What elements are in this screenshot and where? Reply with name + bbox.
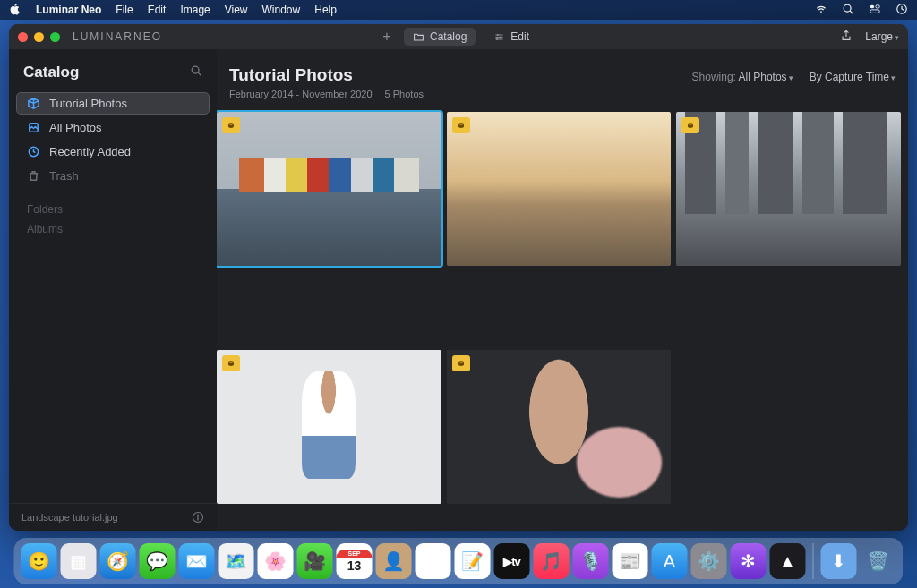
tutorial-badge-icon (452, 355, 470, 371)
window-controls (18, 32, 60, 42)
photo-grid[interactable] (217, 108, 908, 531)
sidebar-item-tutorial-photos[interactable]: Tutorial Photos (16, 92, 210, 115)
apple-icon[interactable] (9, 3, 21, 18)
dock: 🙂▦🧭💬✉️🗺️🌸🎥SEP13👤☰📝▶tv🎵🎙️📰A⚙️✻▲⬇🗑️ (14, 538, 904, 584)
svg-line-10 (198, 72, 201, 75)
svg-line-1 (850, 11, 853, 13)
tutorial-badge-icon (222, 355, 240, 371)
dock-icon-mail[interactable]: ✉️ (179, 543, 215, 579)
photo-thumb[interactable] (676, 112, 901, 266)
svg-point-6 (497, 34, 499, 36)
dock-icon-launchpad[interactable]: ▦ (61, 543, 97, 579)
photo-thumb[interactable] (217, 112, 441, 266)
minimize-button[interactable] (34, 32, 44, 42)
dock-separator (813, 543, 814, 579)
clock-icon[interactable] (896, 3, 908, 18)
info-icon[interactable] (192, 511, 204, 524)
sidebar-item-label: Trash (49, 169, 79, 183)
dock-icon-photos[interactable]: 🌸 (258, 543, 294, 579)
sidebar-section-albums[interactable]: Albums (27, 223, 199, 235)
svg-point-0 (844, 4, 851, 12)
share-button[interactable] (840, 30, 853, 45)
sidebar-title: Catalog (23, 64, 79, 81)
sidebar-item-recently-added[interactable]: Recently Added (16, 141, 210, 163)
dock-icon-tv[interactable]: ▶tv (494, 543, 530, 579)
search-icon[interactable] (842, 3, 854, 18)
close-button[interactable] (18, 32, 28, 42)
add-button[interactable]: + (379, 29, 395, 45)
menubar-app-name[interactable]: Luminar Neo (36, 4, 101, 16)
tab-catalog[interactable]: Catalog (404, 28, 476, 46)
titlebar: LUMINARNEO + Catalog Edit Large▾ (9, 24, 908, 49)
macos-menubar: Luminar Neo File Edit Image View Window … (0, 0, 917, 20)
dock-icon-appstore[interactable]: A (652, 543, 688, 579)
cube-icon (27, 97, 40, 110)
dock-icon-notes[interactable]: 📝 (455, 543, 491, 579)
dock-icon-calendar[interactable]: SEP13 (337, 543, 373, 579)
dock-icon-settings[interactable]: ⚙️ (691, 543, 727, 579)
menubar-item-edit[interactable]: Edit (148, 4, 167, 16)
svg-rect-15 (197, 516, 198, 520)
size-dropdown[interactable]: Large▾ (865, 30, 899, 43)
page-title: Tutorial Photos (229, 65, 424, 85)
dock-icon-podcasts[interactable]: 🎙️ (573, 543, 609, 579)
dock-icon-music[interactable]: 🎵 (534, 543, 570, 579)
svg-point-14 (197, 515, 199, 516)
photos-icon (27, 121, 40, 134)
trash-icon (27, 169, 40, 183)
dock-icon-downloads[interactable]: ⬇ (821, 543, 857, 579)
dock-icon-santa[interactable]: ✻ (731, 543, 767, 579)
tutorial-badge-icon (222, 117, 240, 133)
sliders-icon (493, 31, 505, 43)
sidebar-item-label: All Photos (49, 121, 102, 134)
control-center-icon[interactable] (869, 3, 881, 18)
sidebar-item-label: Recently Added (49, 145, 131, 158)
app-logo: LUMINARNEO (73, 30, 162, 43)
svg-point-9 (192, 66, 199, 73)
sidebar-item-label: Tutorial Photos (49, 97, 127, 110)
svg-point-8 (496, 38, 498, 39)
photo-thumb[interactable] (447, 112, 672, 266)
tab-catalog-label: Catalog (430, 30, 467, 43)
svg-rect-2 (870, 4, 874, 8)
app-window: LUMINARNEO + Catalog Edit Large▾ Catalog (9, 24, 908, 531)
dock-icon-contacts[interactable]: 👤 (376, 543, 412, 579)
main-area: Tutorial Photos February 2014 - November… (217, 49, 908, 531)
photo-count: 5 Photos (385, 89, 424, 99)
sort-dropdown[interactable]: By Capture Time▾ (810, 71, 896, 83)
dock-icon-finder[interactable]: 🙂 (21, 543, 57, 579)
footer-filename: Landscape tutorial.jpg (21, 512, 118, 523)
zoom-button[interactable] (50, 32, 60, 42)
photo-thumb[interactable] (447, 350, 672, 504)
clock-icon (27, 145, 40, 158)
dock-icon-maps[interactable]: 🗺️ (219, 543, 254, 579)
sidebar-section-folders[interactable]: Folders (27, 203, 199, 216)
tab-edit[interactable]: Edit (484, 28, 538, 46)
dock-icon-reminders[interactable]: ☰ (416, 543, 451, 579)
menubar-item-view[interactable]: View (225, 4, 248, 16)
tutorial-badge-icon (452, 117, 470, 133)
sidebar: Catalog Tutorial Photos All Photos Recen… (9, 49, 217, 531)
dock-icon-facetime[interactable]: 🎥 (297, 543, 333, 579)
tutorial-badge-icon (681, 117, 699, 133)
wifi-icon[interactable] (815, 3, 827, 18)
folder-icon (413, 31, 424, 43)
menubar-item-image[interactable]: Image (180, 4, 210, 16)
dock-icon-trash[interactable]: 🗑️ (861, 543, 896, 579)
dock-icon-news[interactable]: 📰 (613, 543, 648, 579)
showing-filter[interactable]: Showing: All Photos▾ (692, 71, 793, 83)
svg-rect-3 (876, 4, 879, 8)
sidebar-item-trash[interactable]: Trash (16, 165, 210, 187)
dock-icon-messages[interactable]: 💬 (140, 543, 176, 579)
svg-rect-4 (870, 9, 880, 13)
menubar-item-file[interactable]: File (116, 4, 133, 16)
sidebar-item-all-photos[interactable]: All Photos (16, 116, 210, 139)
dock-icon-luminar[interactable]: ▲ (770, 543, 806, 579)
dock-icon-safari[interactable]: 🧭 (100, 543, 136, 579)
tab-edit-label: Edit (510, 30, 529, 43)
menubar-item-help[interactable]: Help (314, 4, 337, 16)
menubar-item-window[interactable]: Window (262, 4, 301, 16)
date-range: February 2014 - November 2020 (229, 89, 373, 99)
sidebar-search-button[interactable] (190, 64, 202, 81)
photo-thumb[interactable] (217, 350, 441, 504)
